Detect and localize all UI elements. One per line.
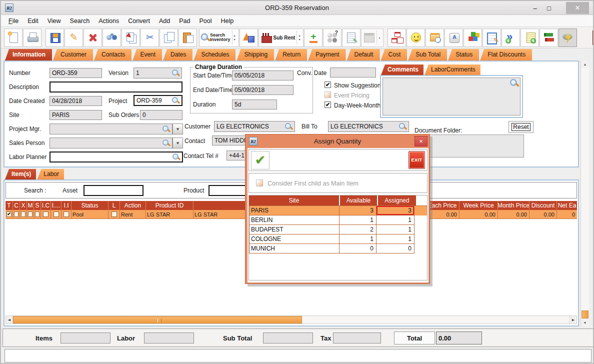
- sales-person-field[interactable]: [50, 138, 172, 148]
- show-suggestions-checkbox[interactable]: ✔: [324, 82, 331, 88]
- col-assigned[interactable]: Assigned: [378, 196, 416, 206]
- item-cell-net-each[interactable]: 0: [557, 210, 577, 218]
- item-cell-s[interactable]: [34, 210, 41, 218]
- save-button[interactable]: [46, 28, 64, 47]
- reset-button[interactable]: Reset: [508, 121, 534, 133]
- maximize-button[interactable]: □: [543, 3, 555, 13]
- scroll-up-button[interactable]: ▲: [581, 60, 589, 68]
- labor-planner-search-icon[interactable]: [172, 153, 180, 161]
- sales-person-dropdown[interactable]: ▼: [172, 138, 183, 148]
- checkbox-checked[interactable]: ✔: [6, 212, 12, 217]
- tab-labor-comments[interactable]: LaborComments: [424, 64, 480, 75]
- minimize-button[interactable]: –: [529, 3, 541, 13]
- keyboard-button[interactable]: [444, 28, 463, 47]
- tab-items[interactable]: Item(s): [5, 169, 36, 180]
- site-row-berlin[interactable]: BERLIN 1 1: [249, 216, 427, 225]
- col-m[interactable]: M: [27, 201, 34, 210]
- cut-button[interactable]: ✂: [140, 28, 159, 47]
- edit-button[interactable]: ✎: [64, 28, 83, 47]
- contacts-button[interactable]: [406, 28, 425, 47]
- print-button[interactable]: [23, 28, 42, 47]
- tab-shipping[interactable]: Shipping: [236, 49, 274, 60]
- delete-button[interactable]: [84, 28, 102, 47]
- cell-site[interactable]: MUNICH: [250, 244, 340, 254]
- col-week-price[interactable]: Week Price: [460, 201, 498, 210]
- tab-default[interactable]: Default: [347, 49, 380, 60]
- tab-labor[interactable]: Labor: [37, 169, 64, 180]
- scroll-right-button[interactable]: ▶: [570, 316, 576, 324]
- horizontal-scroll-thumb[interactable]: [13, 316, 302, 324]
- tab-cost[interactable]: Cost: [381, 49, 408, 60]
- item-cell-x[interactable]: [20, 210, 27, 218]
- item-cell-m[interactable]: [27, 210, 34, 218]
- project-mgr-search-icon[interactable]: [162, 125, 170, 133]
- col-ic[interactable]: I.C: [41, 201, 51, 210]
- document-folder-box[interactable]: [421, 134, 524, 158]
- menu-add[interactable]: Add: [154, 16, 174, 26]
- project-search-icon[interactable]: [172, 96, 180, 104]
- tab-dates[interactable]: Dates: [163, 49, 192, 60]
- col-i2[interactable]: I....: [51, 201, 62, 210]
- description-input[interactable]: [50, 82, 182, 92]
- edit-note-button[interactable]: [482, 28, 501, 47]
- items-horizontal-scrollbar[interactable]: ◀ ▶: [6, 316, 577, 324]
- site-row-budapest[interactable]: BUDAPEST 2 1: [249, 225, 427, 234]
- item-cell-ic[interactable]: [41, 210, 51, 218]
- project-mgr-field[interactable]: [50, 124, 172, 134]
- menu-view[interactable]: View: [43, 16, 66, 26]
- folder-history-button[interactable]: [426, 28, 444, 47]
- site-row-paris[interactable]: PARIS 3 3: [249, 206, 427, 216]
- item-cell-week-price[interactable]: 0.00: [460, 210, 498, 218]
- site-row-munich[interactable]: MUNICH 0 0: [249, 244, 427, 254]
- col-status[interactable]: Status: [72, 201, 108, 210]
- tab-comments[interactable]: Comments: [381, 64, 424, 75]
- item-cell-c[interactable]: [13, 210, 20, 218]
- dwm-pricing-checkbox[interactable]: ✔: [324, 102, 331, 108]
- copy-special-button[interactable]: [122, 28, 140, 47]
- tab-schedules[interactable]: Schedules: [194, 49, 236, 60]
- tab-event[interactable]: Event: [132, 49, 162, 60]
- comments-textarea[interactable]: [382, 78, 520, 116]
- cell-available[interactable]: 0: [340, 244, 376, 254]
- add-item-button[interactable]: +: [304, 28, 322, 47]
- sub-rent-dropdown[interactable]: ▾▾: [296, 30, 302, 44]
- col-s[interactable]: S: [34, 201, 41, 210]
- menu-edit[interactable]: Edit: [23, 16, 43, 26]
- hierarchy-button[interactable]: [388, 28, 406, 47]
- item-cell-l[interactable]: [108, 210, 120, 218]
- version-field[interactable]: 1: [134, 68, 182, 78]
- shapes-button[interactable]: [240, 28, 258, 47]
- col-month-price[interactable]: Month Price: [498, 201, 530, 210]
- cell-available[interactable]: 1: [340, 216, 376, 225]
- cell-site[interactable]: BERLIN: [250, 216, 340, 225]
- cell-available[interactable]: 3: [340, 206, 376, 216]
- item-cell-t[interactable]: ✔: [6, 210, 13, 218]
- dialog-close-button[interactable]: ×: [414, 136, 428, 146]
- tab-return[interactable]: Return: [275, 49, 307, 60]
- cubes-button[interactable]: [464, 28, 482, 47]
- menu-pool[interactable]: Pool: [194, 16, 216, 26]
- cell-assigned[interactable]: 1: [376, 234, 414, 244]
- menu-pad[interactable]: Pad: [174, 16, 194, 26]
- copy-button[interactable]: [160, 28, 178, 47]
- currency-convert-button[interactable]: [502, 28, 520, 47]
- cell-assigned[interactable]: 1: [376, 216, 414, 225]
- menu-convert[interactable]: Convert: [124, 16, 154, 26]
- comments-search-icon[interactable]: [510, 78, 518, 88]
- transfer-truck-button[interactable]: [540, 28, 558, 47]
- col-discount[interactable]: Discount: [530, 201, 557, 210]
- asset-input[interactable]: [84, 185, 144, 196]
- version-search-icon[interactable]: [172, 69, 180, 77]
- tab-status[interactable]: Status: [448, 49, 479, 60]
- item-cell-i2[interactable]: [51, 210, 62, 218]
- menu-file[interactable]: File: [4, 16, 23, 26]
- tab-contacts[interactable]: Contacts: [94, 49, 132, 60]
- sub-rent-button[interactable]: Sub Rent ▾▾: [258, 28, 304, 47]
- cell-assigned[interactable]: 0: [376, 244, 414, 254]
- cell-assigned[interactable]: 1: [376, 225, 414, 234]
- vertical-scroll-thumb[interactable]: [582, 310, 588, 318]
- project-mgr-dropdown[interactable]: ▼: [172, 124, 183, 134]
- col-l[interactable]: L: [108, 201, 120, 210]
- search-inventory-dropdown[interactable]: ▾▾: [232, 30, 237, 44]
- item-cell-ii[interactable]: [62, 210, 72, 218]
